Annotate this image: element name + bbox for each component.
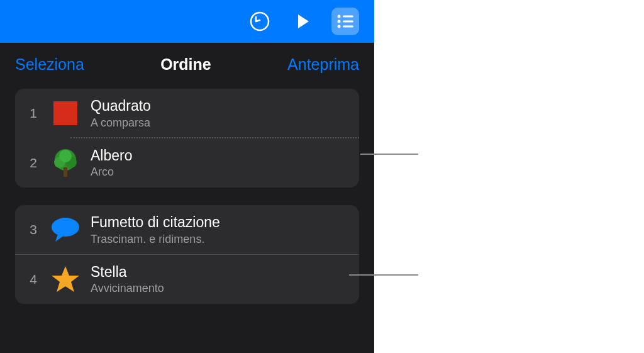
toolbar: [0, 0, 374, 43]
item-title: Quadrato: [91, 98, 349, 115]
svg-point-10: [59, 150, 72, 162]
svg-rect-5: [343, 21, 353, 23]
star-icon: [50, 264, 80, 294]
build-list: 1 Quadrato A comparsa 2: [0, 89, 374, 304]
build-order-panel: Seleziona Ordine Anteprima 1 Quadrato A …: [0, 0, 374, 353]
item-number: 2: [25, 155, 42, 171]
item-number: 3: [25, 222, 42, 237]
item-number: 4: [25, 272, 42, 287]
item-effect: Arco: [91, 165, 349, 179]
item-effect: A comparsa: [91, 116, 349, 130]
speech-bubble-icon: [50, 215, 80, 245]
undo-button[interactable]: [246, 8, 274, 35]
tab-bar: Seleziona Ordine Anteprima: [0, 43, 374, 89]
build-group-1: 1 Quadrato A comparsa 2: [15, 89, 359, 188]
list-item[interactable]: 2 Albero Arco: [15, 138, 359, 188]
list-button[interactable]: [331, 8, 359, 35]
list-item[interactable]: 4 Stella Avvicinamento: [15, 255, 359, 305]
tab-preview[interactable]: Anteprima: [287, 55, 359, 74]
play-icon: [294, 13, 311, 30]
item-effect: Avvicinamento: [91, 282, 349, 295]
callout-line: [349, 274, 418, 276]
svg-point-0: [251, 13, 269, 30]
svg-rect-6: [343, 26, 353, 28]
square-icon: [50, 98, 80, 128]
undo-icon: [249, 11, 270, 32]
tree-icon: [50, 148, 80, 178]
callout-line: [360, 154, 418, 155]
list-item[interactable]: 3 Fumetto di citazione Trascinam. e ridi…: [15, 205, 359, 255]
svg-rect-11: [64, 167, 67, 177]
tab-select[interactable]: Seleziona: [15, 55, 84, 74]
item-title: Fumetto di citazione: [91, 214, 349, 232]
svg-point-2: [338, 20, 341, 23]
svg-point-1: [338, 15, 341, 18]
play-button[interactable]: [289, 8, 316, 35]
item-number: 1: [25, 106, 42, 121]
list-icon: [334, 10, 357, 33]
item-title: Albero: [91, 147, 349, 165]
svg-rect-4: [343, 16, 353, 18]
svg-point-3: [338, 25, 341, 28]
svg-point-12: [52, 218, 79, 237]
build-group-2: 3 Fumetto di citazione Trascinam. e ridi…: [15, 205, 359, 304]
tab-order[interactable]: Ordine: [160, 55, 211, 74]
list-item[interactable]: 1 Quadrato A comparsa: [15, 89, 359, 138]
item-title: Stella: [91, 264, 349, 281]
item-effect: Trascinam. e ridimens.: [91, 233, 349, 246]
